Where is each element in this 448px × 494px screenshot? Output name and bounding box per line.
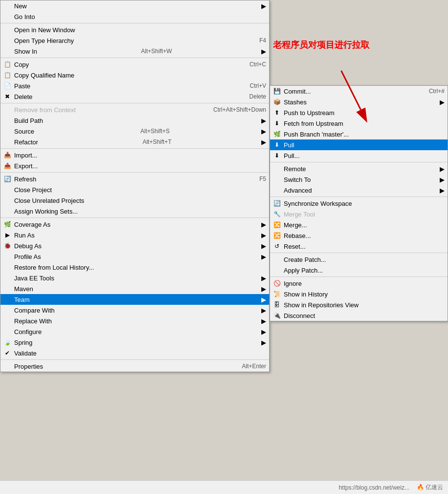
menu-item-go-into[interactable]: Go Into (0, 11, 269, 22)
menu-separator (270, 277, 448, 277)
menu-item-java-ee-tools[interactable]: Java EE Tools▶ (0, 273, 269, 283)
menu-item-debug-as[interactable]: 🐞Debug As▶ (0, 240, 269, 251)
import-icon: 📥 (3, 151, 11, 159)
url-text: https://blog.csdn.net/weiz... (339, 484, 409, 491)
menu-item-team[interactable]: Team▶ (0, 294, 269, 305)
menu-item-remote[interactable]: Remote▶ (270, 163, 448, 174)
menu-item-profile-as[interactable]: Profile As▶ (0, 251, 269, 262)
pull2-icon: ⬇ (273, 152, 281, 159)
menu-item-run-as[interactable]: ▶Run As▶ (0, 230, 269, 240)
menu-item-export[interactable]: 📤Export... (0, 160, 269, 171)
menu-separator (0, 217, 269, 218)
menu-item-source[interactable]: SourceAlt+Shift+S▶ (0, 126, 269, 137)
menu-item-close-unrelated[interactable]: Close Unrelated Projects (0, 195, 269, 206)
menu-item-label-close-unrelated: Close Unrelated Projects (14, 197, 84, 204)
menu-item-create-patch[interactable]: Create Patch... (270, 254, 448, 265)
sync-icon: 🔄 (273, 199, 281, 207)
menu-item-label-validate: Validate (14, 350, 37, 357)
menu-item-label-apply-patch: Apply Patch... (284, 267, 323, 274)
menu-item-pull-dots[interactable]: ⬇Pull... (270, 150, 448, 161)
menu-shortcut-remove-context: Ctrl+Alt+Shift+Down (194, 106, 266, 113)
menu-item-properties[interactable]: PropertiesAlt+Enter (0, 361, 269, 372)
menu-item-reset[interactable]: ↺Reset... (270, 241, 448, 252)
menu-item-label-replace-with: Replace With (14, 317, 52, 325)
submenu-arrow-configure: ▶ (256, 328, 266, 336)
menu-item-push-branch[interactable]: 🌿Push Branch 'master'... (270, 129, 448, 139)
menu-item-label-assign-working-sets: Assign Working Sets... (14, 208, 78, 215)
menu-item-show-repos[interactable]: 🗄Show in Repositories View (270, 299, 448, 310)
menu-item-open-type-hierarchy[interactable]: Open Type HierarchyF4 (0, 35, 269, 46)
menu-item-validate[interactable]: ✔Validate (0, 348, 269, 358)
menu-item-label-disconnect: Disconnect (284, 312, 315, 319)
menu-item-label-go-into: Go Into (14, 13, 35, 20)
menu-item-import[interactable]: 📥Import... (0, 150, 269, 160)
delete-icon: ✖ (3, 93, 11, 100)
menu-item-paste[interactable]: 📄PasteCtrl+V (0, 80, 269, 91)
submenu-arrow-show-in: ▶ (256, 48, 266, 55)
menu-item-advanced[interactable]: Advanced▶ (270, 185, 448, 196)
menu-item-label-close-project: Close Project (14, 186, 52, 194)
menu-item-show-history[interactable]: 📜Show in History (270, 289, 448, 299)
commit-icon: 💾 (273, 87, 281, 95)
menu-item-refactor[interactable]: RefactorAlt+Shift+T▶ (0, 137, 269, 147)
menu-item-label-source: Source (14, 128, 34, 135)
menu-shortcut-refresh: F5 (240, 176, 266, 182)
menu-item-assign-working-sets[interactable]: Assign Working Sets... (0, 206, 269, 217)
menu-shortcut-show-in: Alt+Shift+W (121, 48, 172, 55)
menu-item-open-new-window[interactable]: Open in New Window (0, 24, 269, 35)
menu-item-refresh[interactable]: 🔄RefreshF5 (0, 174, 269, 184)
menu-item-build-path[interactable]: Build Path▶ (0, 115, 269, 126)
menu-item-configure[interactable]: Configure▶ (0, 326, 269, 337)
submenu-arrow-profile-as: ▶ (256, 253, 266, 260)
menu-item-restore-local[interactable]: Restore from Local History... (0, 262, 269, 273)
coverage-icon: 🌿 (3, 220, 11, 228)
menu-item-coverage-as[interactable]: 🌿Coverage As▶ (0, 219, 269, 230)
menu-item-ignore[interactable]: 🚫Ignore (270, 278, 448, 289)
menu-item-rebase[interactable]: 🔀Rebase... (270, 230, 448, 241)
menu-item-label-switch-to: Switch To (284, 176, 311, 183)
menu-shortcut-delete: Delete (230, 93, 266, 100)
menu-item-label-show-repos: Show in Repositories View (284, 301, 359, 309)
annotation-label: 老程序员对项目进行拉取 (273, 40, 370, 50)
menu-item-apply-patch[interactable]: Apply Patch... (270, 265, 448, 276)
pull-icon: ⬇ (273, 141, 281, 149)
menu-item-label-refactor: Refactor (14, 138, 38, 146)
menu-item-label-team: Team (14, 296, 30, 303)
menu-shortcut-source: Alt+Shift+S (121, 128, 170, 135)
menu-item-pull[interactable]: ⬇Pull (270, 139, 448, 150)
menu-item-label-commit: Commit... (284, 88, 311, 95)
stash-icon: 📦 (273, 98, 281, 106)
menu-item-label-show-in: Show In (14, 48, 37, 55)
menu-item-label-profile-as: Profile As (14, 253, 41, 260)
menu-item-replace-with[interactable]: Replace With▶ (0, 316, 269, 326)
menu-item-show-in[interactable]: Show InAlt+Shift+W▶ (0, 46, 269, 57)
menu-item-close-project[interactable]: Close Project (0, 184, 269, 195)
debug-icon: 🐞 (3, 242, 11, 250)
menu-item-merge-tool: 🔧Merge Tool (270, 209, 448, 219)
menu-item-new[interactable]: New▶ (0, 0, 269, 11)
submenu-arrow-spring: ▶ (256, 339, 266, 346)
menu-item-label-spring: Spring (14, 339, 33, 346)
menu-item-maven[interactable]: Maven▶ (0, 283, 269, 294)
validate-icon: ✔ (3, 349, 11, 357)
paste-icon: 📄 (3, 82, 11, 90)
menu-item-sync-workspace[interactable]: 🔄Synchronize Workspace (270, 198, 448, 209)
menu-item-spring[interactable]: 🍃Spring▶ (0, 337, 269, 348)
merge-icon: 🔀 (273, 221, 281, 229)
branch-icon: 🌿 (273, 130, 281, 138)
menu-item-switch-to[interactable]: Switch To▶ (270, 174, 448, 185)
ignore-icon: 🚫 (273, 279, 281, 287)
copy-icon: 📋 (3, 60, 11, 68)
menu-item-label-create-patch: Create Patch... (284, 256, 326, 263)
menu-shortcut-copy: Ctrl+C (230, 61, 266, 68)
merge-tool-icon: 🔧 (273, 210, 281, 218)
menu-item-delete[interactable]: ✖DeleteDelete (0, 91, 269, 102)
menu-separator (270, 162, 448, 162)
menu-item-copy-qualified[interactable]: 📋Copy Qualified Name (0, 70, 269, 80)
menu-item-merge[interactable]: 🔀Merge... (270, 219, 448, 230)
menu-item-copy[interactable]: 📋CopyCtrl+C (0, 59, 269, 70)
arrow-icon (331, 66, 390, 124)
menu-item-compare-with[interactable]: Compare With▶ (0, 305, 269, 316)
submenu-arrow-java-ee-tools: ▶ (256, 275, 266, 282)
menu-item-disconnect[interactable]: 🔌Disconnect (270, 310, 448, 321)
